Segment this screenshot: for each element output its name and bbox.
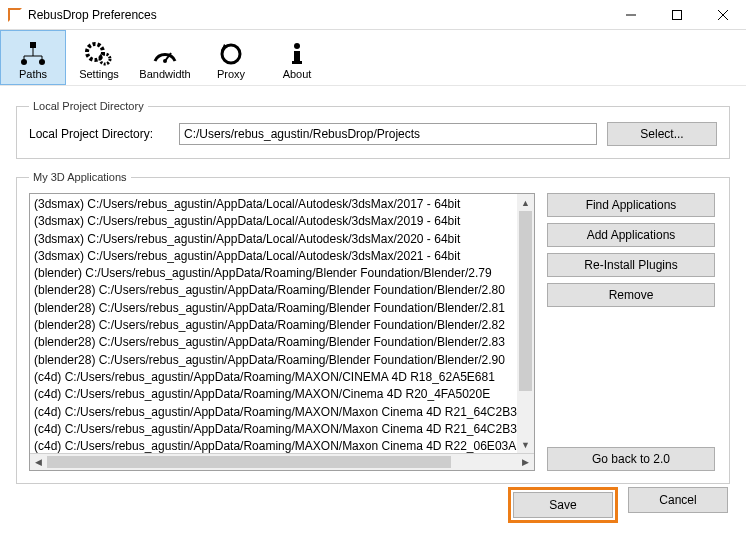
gauge-icon	[149, 40, 181, 68]
tab-label: Paths	[19, 68, 47, 80]
cancel-button[interactable]: Cancel	[628, 487, 728, 513]
window-title: RebusDrop Preferences	[28, 8, 608, 22]
scroll-down-icon[interactable]: ▼	[517, 436, 534, 453]
list-item[interactable]: (c4d) C:/Users/rebus_agustin/AppData/Roa…	[34, 421, 534, 438]
list-item[interactable]: (3dsmax) C:/Users/rebus_agustin/AppData/…	[34, 231, 534, 248]
svg-point-14	[103, 57, 107, 61]
find-applications-button[interactable]: Find Applications	[547, 193, 715, 217]
scroll-up-icon[interactable]: ▲	[517, 194, 534, 211]
info-icon	[281, 40, 313, 68]
list-item[interactable]: (blender28) C:/Users/rebus_agustin/AppDa…	[34, 334, 534, 351]
list-item[interactable]: (c4d) C:/Users/rebus_agustin/AppData/Roa…	[34, 386, 534, 403]
tab-label: Proxy	[217, 68, 245, 80]
vertical-scrollbar[interactable]: ▲ ▼	[517, 194, 534, 453]
tab-label: Bandwidth	[139, 68, 190, 80]
tab-label: Settings	[79, 68, 119, 80]
reinstall-plugins-button[interactable]: Re-Install Plugins	[547, 253, 715, 277]
svg-point-19	[294, 43, 300, 49]
list-item[interactable]: (c4d) C:/Users/rebus_agustin/AppData/Roa…	[34, 369, 534, 386]
list-item[interactable]: (blender) C:/Users/rebus_agustin/AppData…	[34, 265, 534, 282]
tab-toolbar: Paths Settings Bandwidth Proxy About	[0, 30, 746, 86]
scroll-left-icon[interactable]: ◀	[30, 454, 47, 470]
local-project-label: Local Project Directory:	[29, 127, 169, 141]
tab-about[interactable]: About	[264, 30, 330, 85]
list-item[interactable]: (blender28) C:/Users/rebus_agustin/AppDa…	[34, 317, 534, 334]
list-item[interactable]: (3dsmax) C:/Users/rebus_agustin/AppData/…	[34, 213, 534, 230]
scroll-right-icon[interactable]: ▶	[517, 454, 534, 470]
tab-paths[interactable]: Paths	[0, 30, 66, 85]
local-project-input[interactable]	[179, 123, 597, 145]
titlebar: RebusDrop Preferences	[0, 0, 746, 30]
tab-label: About	[283, 68, 312, 80]
svg-rect-8	[30, 42, 36, 48]
local-project-group: Local Project Directory Local Project Di…	[16, 100, 730, 159]
minimize-button[interactable]	[608, 0, 654, 29]
applications-legend: My 3D Applications	[29, 171, 131, 183]
list-item[interactable]: (blender28) C:/Users/rebus_agustin/AppDa…	[34, 352, 534, 369]
svg-point-16	[163, 59, 167, 63]
svg-point-12	[92, 49, 98, 55]
close-button[interactable]	[700, 0, 746, 29]
tab-settings[interactable]: Settings	[66, 30, 132, 85]
horizontal-scrollbar[interactable]: ◀ ▶	[30, 453, 534, 470]
proxy-icon	[215, 40, 247, 68]
svg-point-10	[39, 59, 45, 65]
gear-icon	[83, 40, 115, 68]
list-item[interactable]: (3dsmax) C:/Users/rebus_agustin/AppData/…	[34, 196, 534, 213]
list-item[interactable]: (blender28) C:/Users/rebus_agustin/AppDa…	[34, 282, 534, 299]
select-directory-button[interactable]: Select...	[607, 122, 717, 146]
go-back-button[interactable]: Go back to 2.0	[547, 447, 715, 471]
tab-proxy[interactable]: Proxy	[198, 30, 264, 85]
applications-listbox[interactable]: (3dsmax) C:/Users/rebus_agustin/AppData/…	[29, 193, 535, 471]
svg-point-9	[21, 59, 27, 65]
list-item[interactable]: (c4d) C:/Users/rebus_agustin/AppData/Roa…	[34, 404, 534, 421]
paths-icon	[17, 40, 49, 68]
app-logo-icon	[8, 8, 22, 22]
local-project-legend: Local Project Directory	[29, 100, 148, 112]
applications-group: My 3D Applications (3dsmax) C:/Users/reb…	[16, 171, 730, 484]
add-applications-button[interactable]: Add Applications	[547, 223, 715, 247]
svg-rect-21	[292, 61, 302, 64]
save-highlight: Save	[508, 487, 618, 523]
save-button[interactable]: Save	[513, 492, 613, 518]
remove-button[interactable]: Remove	[547, 283, 715, 307]
list-item[interactable]: (c4d) C:/Users/rebus_agustin/AppData/Roa…	[34, 438, 534, 453]
tab-bandwidth[interactable]: Bandwidth	[132, 30, 198, 85]
list-item[interactable]: (3dsmax) C:/Users/rebus_agustin/AppData/…	[34, 248, 534, 265]
svg-rect-1	[673, 10, 682, 19]
list-item[interactable]: (blender28) C:/Users/rebus_agustin/AppDa…	[34, 300, 534, 317]
maximize-button[interactable]	[654, 0, 700, 29]
